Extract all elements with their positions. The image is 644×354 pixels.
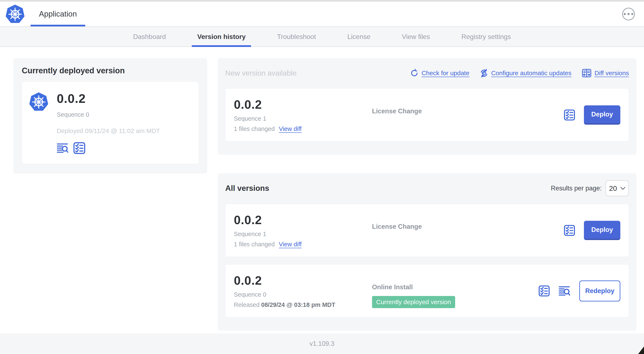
tab-troubleshoot[interactable]: Troubleshoot xyxy=(277,27,316,47)
mouse-cursor-fragment xyxy=(638,346,644,354)
current-deployed-timestamp: Deployed 09/11/24 @ 11:02 am MDT xyxy=(57,127,160,135)
chevron-down-icon xyxy=(620,187,625,190)
version-row: 0.0.2 Sequence 0 Released 08/29/24 @ 03:… xyxy=(225,264,629,317)
currently-deployed-card: 0.0.2 Sequence 0 Deployed 09/11/24 @ 11:… xyxy=(22,82,199,164)
currently-deployed-panel: Currently deployed version 0.0.2 Sequenc… xyxy=(14,58,207,174)
redeploy-button[interactable]: Redeploy xyxy=(579,280,620,301)
tab-license[interactable]: License xyxy=(347,27,370,47)
version-number: 0.0.2 xyxy=(234,213,372,227)
version-number: 0.0.2 xyxy=(234,97,372,111)
all-versions-panel: All versions Results per page: 20 0.0.2 … xyxy=(218,173,636,331)
preflight-checklist-icon[interactable] xyxy=(538,285,550,297)
app-tab-label: Application xyxy=(39,10,77,19)
console-version: v1.109.3 xyxy=(310,340,334,347)
version-source-label: Online Install xyxy=(372,283,413,291)
current-sequence: Sequence 0 xyxy=(57,111,160,118)
current-version-number: 0.0.2 xyxy=(57,91,160,106)
app-subnav: Dashboard Version history Troubleshoot L… xyxy=(0,26,644,47)
version-number: 0.0.2 xyxy=(234,273,372,287)
preflight-checklist-icon[interactable] xyxy=(564,225,575,236)
window-top-strip xyxy=(0,0,644,2)
main-content: Currently deployed version 0.0.2 Sequenc… xyxy=(0,47,644,331)
kubernetes-logo-icon xyxy=(5,4,25,24)
files-changed-label: 1 files changed xyxy=(234,126,275,132)
configure-automatic-updates-link[interactable]: Configure automatic updates xyxy=(480,69,572,78)
currently-deployed-badge: Currently deployed version xyxy=(372,296,455,308)
new-version-panel: New version available Check for update C… xyxy=(218,58,636,155)
view-diff-link[interactable]: View diff xyxy=(279,126,302,132)
app-header: Application xyxy=(0,2,644,26)
deploy-logs-icon[interactable] xyxy=(558,285,570,296)
app-tab-application[interactable]: Application xyxy=(30,2,85,26)
released-timestamp: Released 08/29/24 @ 03:18 pm MDT xyxy=(234,301,372,308)
version-source-label: License Change xyxy=(372,223,422,230)
version-sequence: Sequence 1 xyxy=(234,115,372,122)
all-versions-title: All versions xyxy=(225,184,269,193)
deploy-button[interactable]: Deploy xyxy=(584,105,620,125)
app-footer: v1.109.3 xyxy=(0,333,644,354)
version-sequence: Sequence 0 xyxy=(234,291,372,298)
version-source-label: License Change xyxy=(372,108,422,115)
diff-icon xyxy=(582,68,592,78)
deploy-logs-icon[interactable] xyxy=(57,143,69,154)
refresh-icon xyxy=(410,69,418,77)
tab-dashboard[interactable]: Dashboard xyxy=(133,27,166,47)
view-diff-link[interactable]: View diff xyxy=(279,241,302,248)
tab-view-files[interactable]: View files xyxy=(402,27,430,47)
check-for-update-link[interactable]: Check for update xyxy=(410,69,469,77)
version-row: 0.0.2 Sequence 1 1 files changed View di… xyxy=(225,204,629,257)
tab-version-history[interactable]: Version history xyxy=(197,27,246,47)
results-per-page-label: Results per page: xyxy=(551,185,602,192)
diff-versions-link[interactable]: Diff versions xyxy=(582,68,629,78)
preflight-checklist-icon[interactable] xyxy=(564,109,575,121)
more-options-button[interactable] xyxy=(622,8,635,20)
new-version-row: 0.0.2 Sequence 1 1 files changed View di… xyxy=(225,88,629,141)
currently-deployed-title: Currently deployed version xyxy=(22,66,199,75)
ellipsis-icon xyxy=(624,13,633,15)
app-icon xyxy=(29,92,49,112)
schedule-update-icon xyxy=(480,69,488,78)
deploy-button[interactable]: Deploy xyxy=(584,221,620,240)
active-app-tab-underline xyxy=(30,25,85,26)
tab-registry-settings[interactable]: Registry settings xyxy=(462,27,511,47)
right-column: New version available Check for update C… xyxy=(218,58,636,331)
results-per-page-select[interactable]: 20 xyxy=(606,180,629,196)
new-version-title: New version available xyxy=(225,69,296,77)
files-changed-label: 1 files changed xyxy=(234,241,275,248)
preflight-checklist-icon[interactable] xyxy=(73,142,86,154)
version-sequence: Sequence 1 xyxy=(234,231,372,237)
active-tab-underline xyxy=(192,45,251,47)
